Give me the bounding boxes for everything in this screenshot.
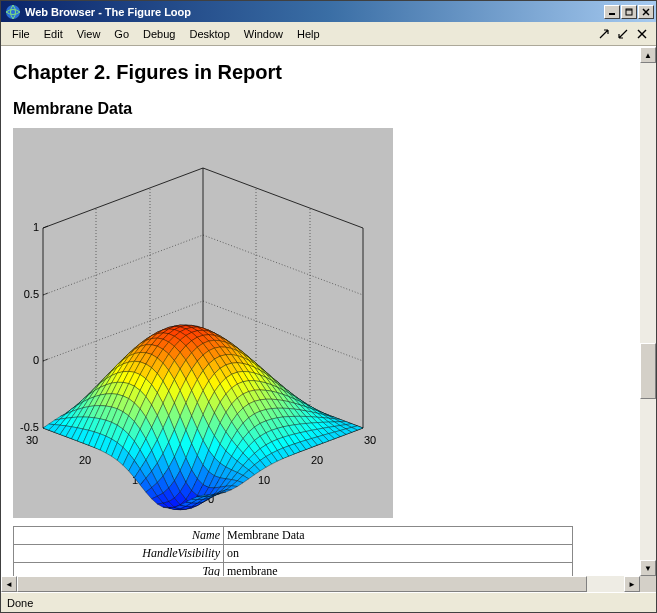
properties-table: Name Membrane Data HandleVisibility on T… bbox=[13, 526, 573, 576]
y-tick: 20 bbox=[79, 454, 91, 466]
z-tick: 1 bbox=[33, 221, 39, 233]
svg-line-14 bbox=[43, 226, 48, 228]
table-row: HandleVisibility on bbox=[14, 545, 573, 563]
table-row: Tag membrane bbox=[14, 563, 573, 577]
prop-key: Name bbox=[14, 527, 224, 545]
prop-val: membrane bbox=[224, 563, 573, 577]
app-icon bbox=[5, 4, 21, 20]
vertical-scrollbar[interactable]: ▲ ▼ bbox=[640, 47, 656, 576]
menu-window[interactable]: Window bbox=[237, 25, 290, 43]
scroll-thumb[interactable] bbox=[17, 576, 587, 592]
z-tick: 0 bbox=[33, 354, 39, 366]
menu-debug[interactable]: Debug bbox=[136, 25, 182, 43]
y-tick: 30 bbox=[26, 434, 38, 446]
table-row: Name Membrane Data bbox=[14, 527, 573, 545]
svg-point-0 bbox=[6, 5, 20, 19]
scroll-corner bbox=[640, 576, 656, 592]
svg-line-18 bbox=[203, 235, 363, 295]
content-area: Chapter 2. Figures in Report Membrane Da… bbox=[1, 46, 656, 576]
x-tick: 20 bbox=[311, 454, 323, 466]
document-viewport: Chapter 2. Figures in Report Membrane Da… bbox=[1, 47, 640, 576]
menu-desktop[interactable]: Desktop bbox=[182, 25, 236, 43]
menu-help[interactable]: Help bbox=[290, 25, 327, 43]
scroll-right-button[interactable]: ► bbox=[624, 576, 640, 592]
svg-line-17 bbox=[43, 235, 203, 295]
scroll-thumb[interactable] bbox=[640, 343, 656, 399]
section-heading: Membrane Data bbox=[13, 100, 628, 118]
prop-val: Membrane Data bbox=[224, 527, 573, 545]
dock-icon[interactable] bbox=[616, 27, 630, 41]
panel-close-icon[interactable] bbox=[635, 27, 649, 41]
menu-view[interactable]: View bbox=[70, 25, 108, 43]
scroll-track[interactable] bbox=[640, 63, 656, 560]
prop-key: HandleVisibility bbox=[14, 545, 224, 563]
menu-edit[interactable]: Edit bbox=[37, 25, 70, 43]
menu-file[interactable]: File bbox=[5, 25, 37, 43]
status-bar: Done bbox=[1, 592, 656, 612]
x-tick: 10 bbox=[258, 474, 270, 486]
scroll-track[interactable] bbox=[17, 576, 624, 592]
z-tick: 0.5 bbox=[24, 288, 39, 300]
x-tick: 30 bbox=[364, 434, 376, 446]
horizontal-scrollbar[interactable]: ◄ ► bbox=[1, 576, 656, 592]
menu-go[interactable]: Go bbox=[107, 25, 136, 43]
window-title: Web Browser - The Figure Loop bbox=[25, 6, 604, 18]
title-bar: Web Browser - The Figure Loop bbox=[1, 1, 656, 22]
minimize-button[interactable] bbox=[604, 5, 620, 19]
scroll-left-button[interactable]: ◄ bbox=[1, 576, 17, 592]
scroll-down-button[interactable]: ▼ bbox=[640, 560, 656, 576]
z-tick: -0.5 bbox=[20, 421, 39, 433]
figure-membrane: -0.5 0 0.5 1 bbox=[13, 128, 393, 518]
menu-bar: File Edit View Go Debug Desktop Window H… bbox=[1, 22, 656, 46]
status-text: Done bbox=[7, 597, 33, 609]
prop-val: on bbox=[224, 545, 573, 563]
prop-key: Tag bbox=[14, 563, 224, 577]
maximize-button[interactable] bbox=[621, 5, 637, 19]
undock-icon[interactable] bbox=[597, 27, 611, 41]
close-button[interactable] bbox=[638, 5, 654, 19]
scroll-up-button[interactable]: ▲ bbox=[640, 47, 656, 63]
chapter-heading: Chapter 2. Figures in Report bbox=[13, 61, 628, 84]
